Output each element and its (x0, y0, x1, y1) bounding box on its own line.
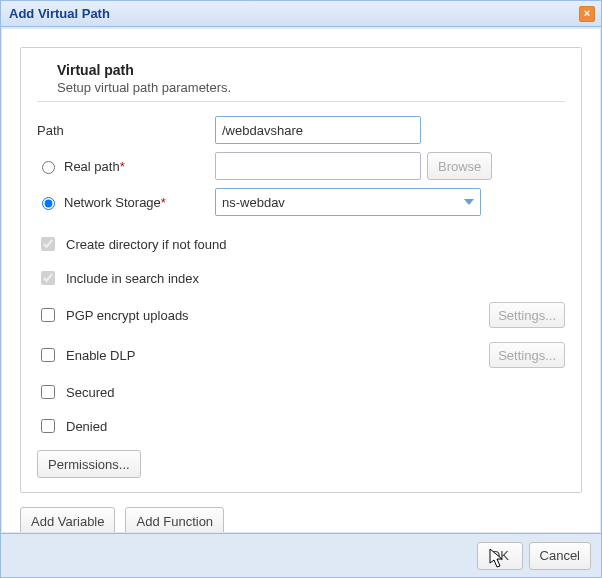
secured-row: Secured (37, 382, 565, 402)
denied-label: Denied (66, 419, 107, 434)
dlp-settings-button: Settings... (489, 342, 565, 368)
path-label: Path (37, 123, 64, 138)
secured-label: Secured (66, 385, 114, 400)
dialog-title: Add Virtual Path (9, 6, 579, 21)
chevron-down-icon[interactable] (456, 189, 480, 215)
path-row: Path (37, 116, 565, 144)
create-dir-checkbox[interactable] (41, 237, 55, 251)
dlp-label: Enable DLP (66, 348, 135, 363)
include-index-row: Include in search index (37, 268, 565, 288)
secured-checkbox[interactable] (41, 385, 55, 399)
section-title: Virtual path (57, 62, 565, 78)
dlp-checkbox[interactable] (41, 348, 55, 362)
section-subtitle: Setup virtual path parameters. (57, 80, 565, 95)
below-panel-buttons: Add Variable Add Function (20, 507, 582, 532)
network-storage-input[interactable] (215, 188, 481, 216)
path-input[interactable] (215, 116, 421, 144)
pgp-settings-button: Settings... (489, 302, 565, 328)
pgp-label: PGP encrypt uploads (66, 308, 189, 323)
real-path-radio[interactable] (42, 161, 55, 174)
network-storage-combo[interactable] (215, 188, 481, 216)
dialog-body: Virtual path Setup virtual path paramete… (2, 29, 600, 532)
pgp-row: PGP encrypt uploads Settings... (37, 302, 565, 328)
network-storage-radio[interactable] (42, 197, 55, 210)
network-storage-label: Network Storage* (64, 195, 166, 210)
add-virtual-path-dialog: Add Virtual Path × Virtual path Setup vi… (0, 0, 602, 578)
create-dir-label: Create directory if not found (66, 237, 226, 252)
add-variable-button[interactable]: Add Variable (20, 507, 115, 532)
ok-button[interactable]: OK (477, 542, 523, 570)
main-panel: Virtual path Setup virtual path paramete… (20, 47, 582, 493)
dialog-footer: OK Cancel (1, 533, 601, 577)
browse-button: Browse (427, 152, 492, 180)
dialog-header: Add Virtual Path × (1, 1, 601, 27)
include-index-label: Include in search index (66, 271, 199, 286)
network-storage-row: Network Storage* (37, 188, 565, 216)
dlp-row: Enable DLP Settings... (37, 342, 565, 368)
real-path-label: Real path* (64, 159, 125, 174)
denied-row: Denied (37, 416, 565, 436)
real-path-row: Real path* Browse (37, 152, 565, 180)
add-function-button[interactable]: Add Function (125, 507, 224, 532)
include-index-checkbox[interactable] (41, 271, 55, 285)
denied-checkbox[interactable] (41, 419, 55, 433)
permissions-button[interactable]: Permissions... (37, 450, 141, 478)
divider (37, 101, 565, 102)
cancel-button[interactable]: Cancel (529, 542, 591, 570)
create-dir-row: Create directory if not found (37, 234, 565, 254)
close-icon[interactable]: × (579, 6, 595, 22)
real-path-input (215, 152, 421, 180)
pgp-checkbox[interactable] (41, 308, 55, 322)
